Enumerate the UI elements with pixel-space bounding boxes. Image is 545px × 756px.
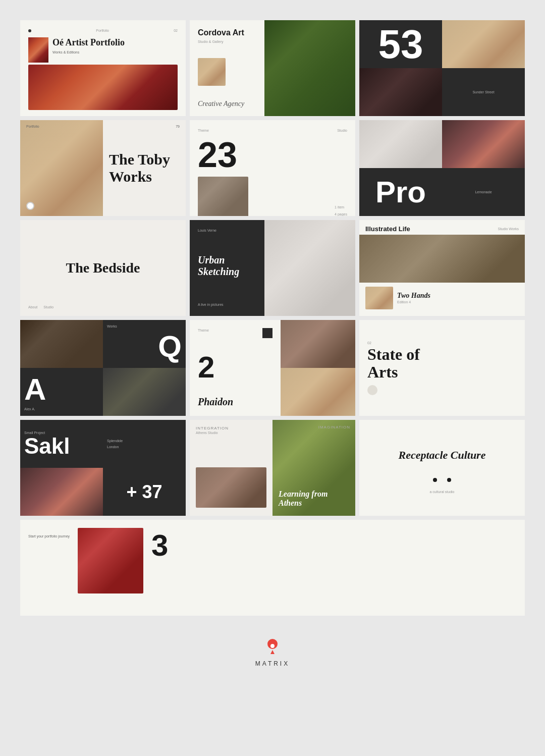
two-hands-title: Two Hands [397, 292, 430, 300]
oe-small: Portfolio [96, 28, 109, 33]
card-cordova[interactable]: Cordova Art Studio & Gallery Creative Ag… [190, 20, 355, 116]
oe-small2: Works & Editions [52, 50, 125, 55]
card-qa[interactable]: Works Q A Alex A. [20, 320, 186, 416]
state-text: 02 State of Arts [359, 333, 450, 403]
phaidon-title: Phaidon [198, 396, 272, 408]
pro-cell-4: Lemonade [442, 168, 525, 216]
pro-text: Pro [375, 177, 426, 207]
phaidon-left: Theme 2 Phaidon [190, 320, 281, 416]
qa-label-top: Works [107, 324, 117, 329]
learning-label-top: Integration [196, 426, 266, 430]
toby-title: The Toby Works [109, 151, 180, 186]
urban-label: Louis Verne [198, 228, 256, 233]
card-bedside[interactable]: About Studio The Bedside [20, 220, 186, 316]
card-state[interactable]: 02 State of Arts [359, 320, 525, 416]
number-53: 53 [378, 24, 423, 65]
cordova-text: Cordova Art Studio & Gallery Creative Ag… [190, 20, 264, 116]
qa-cell-a: A Alex A. [20, 368, 103, 416]
phaidon-square [262, 328, 272, 338]
card-sakl[interactable]: Small Project Sakl Splendide London + 37 [20, 420, 186, 516]
last-small: Start your portfolio journey [28, 534, 70, 539]
urban-sub: A live in pictures [198, 303, 224, 306]
last-image [78, 528, 143, 593]
card-phaidon[interactable]: Theme 2 Phaidon [190, 320, 355, 416]
qa-a-letter: A [24, 372, 46, 407]
card23-small2: 4 pages [335, 212, 347, 216]
toby-small: Portfolio [26, 124, 39, 129]
receptacle-dot1 [433, 478, 437, 482]
footer: MATRIX [255, 636, 290, 667]
pro-cell-1 [359, 120, 442, 168]
phaidon-label: Theme [198, 328, 209, 333]
urban-image [264, 220, 355, 316]
sakl-label: Splendide [107, 439, 123, 444]
learning-title: Learning from Athens [279, 490, 349, 508]
sakl-plus: + 37 [126, 481, 162, 503]
cell-hands-img [442, 20, 525, 68]
learning-label-top2: Imagination [318, 425, 350, 429]
matrix-logo-icon [262, 636, 283, 656]
illustrated-title: Illustrated Life [365, 225, 410, 233]
card-dark-53[interactable]: 53 Sunder Street [359, 20, 525, 116]
cordova-subtitle: Creative Agency [198, 100, 256, 108]
bedside-small2: Studio [43, 305, 53, 310]
toby-dot [26, 202, 34, 210]
illustrated-small: Studio Works [498, 227, 519, 232]
card23-label2: Studio [337, 128, 347, 133]
sakl-cell-plus: + 37 [103, 468, 186, 516]
sakl-cell-img [20, 468, 103, 516]
state-title: State of Arts [367, 346, 442, 381]
toby-image [20, 120, 103, 216]
cell-label-53: Sunder Street [442, 68, 525, 116]
qa-q-letter: Q [158, 329, 182, 364]
sakl-sublabel: London [107, 445, 119, 450]
pro-cell-3: Pro [359, 168, 442, 216]
card23-label: Theme [198, 128, 209, 133]
card-learning[interactable]: Integration Athens Studio Imagination Le… [190, 420, 355, 516]
learning-small: Athens Studio [196, 430, 266, 436]
label-sunder: Sunder Street [472, 90, 494, 95]
phaidon-number: 2 [198, 350, 272, 385]
learning-right: Imagination Learning from Athens [272, 420, 355, 516]
toby-text: The Toby Works [103, 120, 186, 216]
qa-cell-img1 [20, 320, 103, 368]
svg-point-1 [270, 644, 275, 648]
pro-label: Lemonade [475, 190, 492, 195]
cell-dark-art [359, 68, 442, 116]
sakl-cell-title: Small Project Sakl [20, 420, 103, 468]
qa-cell-img2 [103, 368, 186, 416]
qa-label-bottom: Alex A. [24, 407, 35, 412]
card-oe[interactable]: Portfolio 02 Oé Artist Portfolio Works &… [20, 20, 186, 116]
card-receptacle[interactable]: Receptacle Culture a cultural studio [359, 420, 525, 516]
bedside-small1: About [28, 305, 37, 310]
card-urban[interactable]: Louis Verne Urban Sketching A live in pi… [190, 220, 355, 316]
card-pro[interactable]: Pro Lemonade [359, 120, 525, 216]
urban-title: Urban Sketching [198, 254, 256, 278]
bedside-title: The Bedside [66, 260, 140, 276]
card-last[interactable]: Start your portfolio journey 3 [20, 520, 525, 616]
card-23[interactable]: Theme Studio 23 1 item 4 pages [190, 120, 355, 216]
oe-title: Oé Artist Portfolio [52, 37, 125, 48]
matrix-brand: MATRIX [255, 660, 290, 667]
receptacle-dot2 [447, 478, 451, 482]
urban-left: Louis Verne Urban Sketching A live in pi… [190, 220, 264, 316]
toby-number: 79 [176, 124, 180, 129]
sakl-title: Sakl [24, 435, 70, 457]
card-illustrated[interactable]: Illustrated Life Studio Works Two Hands … [359, 220, 525, 316]
receptacle-small: a cultural studio [429, 490, 454, 494]
portfolio-grid: Portfolio 02 Oé Artist Portfolio Works &… [20, 20, 525, 616]
learning-left: Integration Athens Studio [190, 420, 272, 516]
receptacle-title: Receptacle Culture [391, 441, 494, 470]
oe-dot [28, 29, 31, 32]
last-number: 3 [151, 528, 168, 563]
number-23: 23 [198, 137, 347, 173]
cell-number-53: 53 [359, 20, 442, 68]
two-hands-small: Edition 4 [397, 300, 430, 305]
cordova-image [264, 20, 355, 116]
phaidon-image [281, 320, 355, 416]
card23-small: 1 item [335, 205, 347, 210]
card-toby[interactable]: Portfolio 79 The Toby Works [20, 120, 186, 216]
sakl-cell-info: Splendide London [103, 420, 186, 468]
qa-cell-q: Works Q [103, 320, 186, 368]
cordova-title: Cordova Art [198, 28, 256, 37]
